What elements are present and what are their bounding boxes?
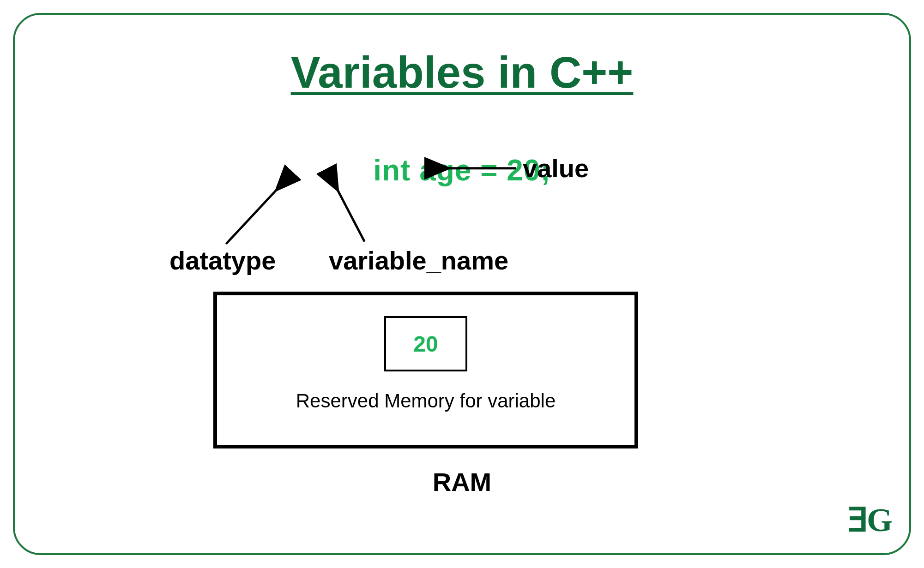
diagram-title: Variables in C++ [15, 47, 909, 98]
gfg-logo: ƎG [847, 500, 891, 539]
ram-label: RAM [15, 467, 909, 497]
ram-box: 20 Reserved Memory for variable [213, 292, 638, 448]
label-value: value [523, 153, 589, 183]
svg-line-2 [226, 189, 278, 244]
label-variable-name: variable_name [329, 245, 508, 275]
memory-cell: 20 [384, 316, 467, 371]
code-declaration: int age = 20; [15, 153, 909, 187]
label-datatype: datatype [169, 245, 276, 275]
svg-line-3 [337, 189, 365, 241]
reserved-memory-label: Reserved Memory for variable [217, 390, 634, 412]
diagram-card: Variables in C++ int age = 20; value dat… [13, 13, 911, 555]
